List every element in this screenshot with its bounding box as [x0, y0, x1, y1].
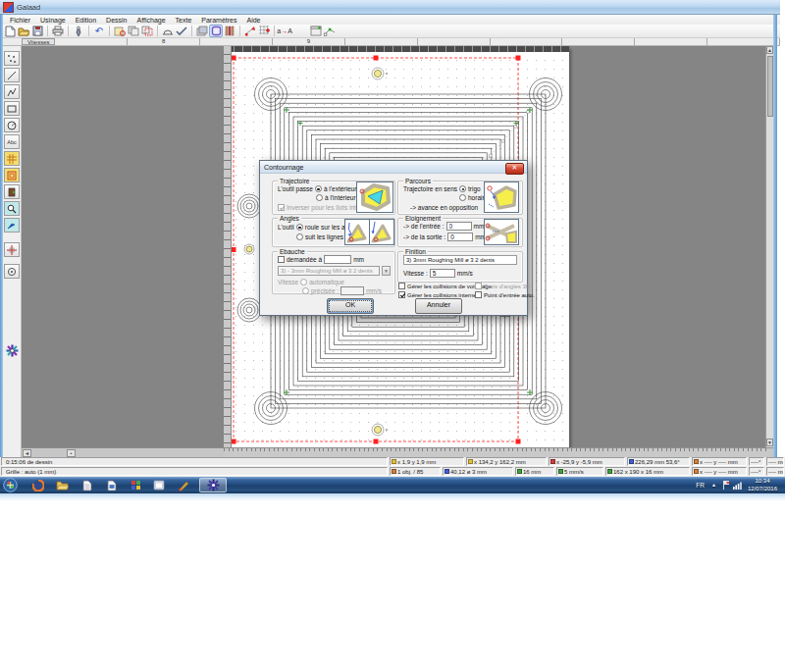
taskbar-galaad-active[interactable]: [199, 478, 227, 492]
app-icon: [3, 2, 14, 13]
vertical-scroll-thumb[interactable]: [767, 56, 773, 117]
menu-fichier[interactable]: Fichier: [5, 17, 35, 24]
node-link-button[interactable]: [323, 25, 337, 37]
cancel-button[interactable]: Annuler: [415, 298, 462, 314]
radio-interieur[interactable]: [316, 194, 323, 201]
menu-dessin[interactable]: Dessin: [101, 17, 131, 24]
scroll-down-button[interactable]: ▼: [766, 439, 773, 446]
menu-usinage[interactable]: Usinage: [35, 17, 71, 24]
galaad-logo-icon: [4, 343, 20, 358]
taskbar-firefox-icon[interactable]: [31, 479, 44, 491]
toolbar-separator: [239, 26, 240, 36]
save-button[interactable]: [30, 25, 44, 37]
layers-button[interactable]: [195, 25, 209, 37]
speed-cell: [562, 38, 635, 45]
radio-exterieur-label[interactable]: à l'extérieur: [324, 185, 356, 192]
taskbar-document-icon[interactable]: [80, 479, 93, 491]
radio-vitesse-precisee[interactable]: [302, 287, 309, 294]
center-point-button[interactable]: [4, 264, 20, 279]
ok-button[interactable]: OK: [327, 298, 374, 314]
new-file-button[interactable]: [3, 25, 17, 37]
window-panel-button[interactable]: [309, 25, 323, 37]
contour-mode-button[interactable]: [209, 25, 223, 37]
grid-add-button[interactable]: [257, 25, 271, 37]
checkbox-inverser-ilots[interactable]: [278, 204, 285, 211]
checkbox-point-entree-auto[interactable]: [475, 291, 482, 298]
collisions-internes-label[interactable]: Gérer les collisions internes: [407, 292, 480, 298]
text-size-button[interactable]: a→A: [278, 25, 291, 37]
checkbox-ebauche-demandee[interactable]: [278, 256, 285, 263]
taskbar: FR ▲ 10:34 12/07/2016: [0, 477, 785, 493]
radio-trigo-label[interactable]: trigo: [468, 185, 481, 192]
menu-edition[interactable]: Edition: [71, 17, 101, 24]
combobox-dropdown-arrow[interactable]: ▼: [382, 266, 391, 276]
dome-shape-button[interactable]: [161, 25, 175, 37]
parcours-note: -> avance en opposition: [410, 204, 478, 211]
ebauche-unit: mm: [353, 256, 364, 263]
dialog-close-button[interactable]: ✕: [505, 163, 524, 175]
hatch-mode-button[interactable]: [223, 25, 236, 37]
radio-vitesse-auto[interactable]: [300, 279, 307, 285]
hatch-fill-tool-button[interactable]: [4, 151, 20, 166]
taskbar-blocks-icon[interactable]: [130, 479, 142, 491]
engrave-tool-button[interactable]: [72, 25, 85, 37]
checkbox-collisions-internes[interactable]: [398, 291, 405, 298]
origin-crosshair-button[interactable]: [4, 242, 20, 257]
line-tool-button[interactable]: [4, 68, 20, 82]
menu-parametres[interactable]: Paramètres: [196, 17, 241, 24]
taskbar-design-icon[interactable]: [177, 479, 189, 491]
menu-texte[interactable]: Texte: [171, 17, 197, 24]
move-point-button[interactable]: [243, 25, 257, 37]
contournage-dialog: Contournage ✕ Trajectoire L'outil passe …: [259, 160, 528, 316]
rectangle-tool-button[interactable]: [4, 101, 20, 116]
radio-trigo[interactable]: [459, 185, 466, 192]
point-entree-auto-label[interactable]: Point d'entrée auto.: [484, 292, 535, 298]
vertical-scrollbar[interactable]: ▲ ▼: [765, 46, 773, 447]
finition-speed-input[interactable]: [430, 269, 455, 278]
pan-tool-button[interactable]: [4, 218, 20, 233]
desktop-edge: [0, 493, 785, 501]
pocket-tool-button[interactable]: [4, 168, 20, 182]
entry-distance-input[interactable]: [446, 222, 472, 231]
copy-button[interactable]: [127, 25, 140, 37]
ebauche-depth-input[interactable]: [324, 255, 351, 264]
zoom-tool-button[interactable]: [4, 201, 20, 216]
tray-network-icon[interactable]: [733, 481, 742, 490]
undo-button[interactable]: ↶: [92, 25, 106, 37]
door-tool-button[interactable]: [4, 184, 20, 199]
start-button[interactable]: [3, 478, 18, 492]
capture-button[interactable]: [113, 25, 127, 37]
ebauche-tool-combobox[interactable]: 3) - 3mm Roughing Mill ø 3 2 dents: [278, 266, 380, 276]
polyline-tool-button[interactable]: [4, 84, 20, 99]
exit-distance-input[interactable]: [447, 233, 473, 241]
tray-flag-icon[interactable]: [722, 481, 730, 490]
text-tool-button[interactable]: Abc: [4, 134, 20, 149]
scroll-left-button[interactable]: ◄: [23, 449, 31, 457]
tray-language[interactable]: FR: [696, 482, 705, 489]
menu-aide[interactable]: Aide: [242, 17, 266, 24]
horizontal-scroll-thumb[interactable]: •: [67, 449, 76, 457]
print-button[interactable]: [51, 25, 65, 37]
validate-path-button[interactable]: [175, 25, 188, 37]
scroll-up-button[interactable]: ▲: [766, 46, 773, 54]
checkbox-collisions-voisinage[interactable]: [398, 283, 405, 289]
open-file-button[interactable]: [17, 25, 30, 37]
tray-expand-icon[interactable]: ▲: [711, 482, 716, 488]
radio-lignes-droites[interactable]: [296, 233, 303, 240]
taskbar-document2-icon[interactable]: [105, 479, 118, 491]
menu-affichage[interactable]: Affichage: [132, 17, 171, 24]
radio-roule-aretes[interactable]: [296, 224, 303, 231]
tray-clock[interactable]: 10:34 12/07/2016: [743, 478, 782, 492]
circle-tool-button[interactable]: [4, 118, 20, 132]
select-tool-button[interactable]: [4, 51, 20, 66]
paste-selection-button[interactable]: [140, 25, 154, 37]
taskbar-window-icon[interactable]: [152, 479, 165, 491]
radio-horaire[interactable]: [459, 194, 466, 201]
taskbar-explorer-icon[interactable]: [56, 479, 69, 491]
ebauche-speed-input[interactable]: [340, 286, 364, 295]
ebauche-demandee-label[interactable]: demandée à: [287, 256, 322, 263]
radio-exterieur[interactable]: [315, 185, 322, 192]
dialog-titlebar[interactable]: Contournage: [260, 161, 527, 174]
radio-interieur-label[interactable]: à l'intérieur: [325, 194, 356, 201]
checkbox-tests-angles-3d[interactable]: [475, 283, 482, 289]
